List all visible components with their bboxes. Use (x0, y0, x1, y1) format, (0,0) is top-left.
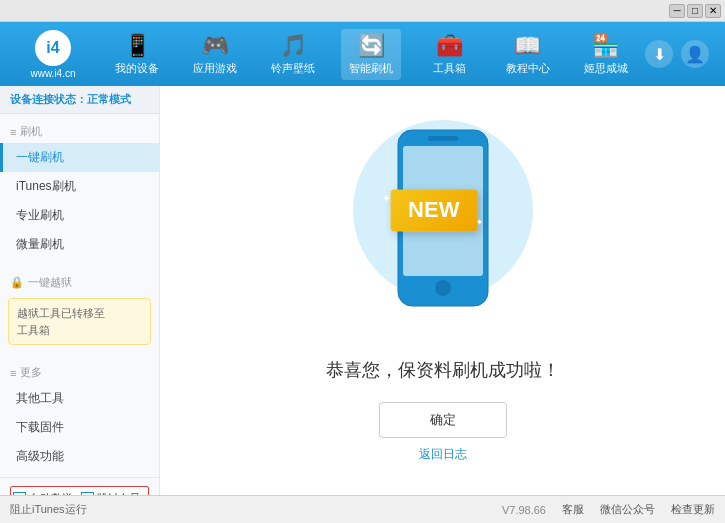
customer-service-link[interactable]: 客服 (562, 502, 584, 517)
svg-rect-3 (428, 136, 458, 141)
app-game-label: 应用游戏 (193, 61, 237, 76)
jailbreak-section: 🔒 一键越狱 越狱工具已转移至工具箱 (0, 265, 159, 355)
svg-point-2 (435, 280, 451, 296)
back-link[interactable]: 返回日志 (419, 446, 467, 463)
nav-items: 📱 我的设备 🎮 应用游戏 🎵 铃声壁纸 🔄 智能刷机 🧰 工具箱 📖 教程中心… (98, 29, 645, 80)
toolbox-icon: 🧰 (436, 33, 463, 59)
app-game-icon: 🎮 (202, 33, 229, 59)
confirm-button[interactable]: 确定 (379, 402, 507, 438)
my-device-icon: 📱 (124, 33, 151, 59)
logo-text: www.i4.cn (30, 68, 75, 79)
user-button[interactable]: 👤 (681, 40, 709, 68)
toolbox-label: 工具箱 (433, 61, 466, 76)
bottom-right: V7.98.66 客服 微信公众号 检查更新 (502, 502, 715, 517)
shop-label: 姬思咸城 (584, 61, 628, 76)
wechat-link[interactable]: 微信公众号 (600, 502, 655, 517)
micro-flash-label: 微量刷机 (16, 236, 64, 253)
one-click-flash-label: 一键刷机 (16, 149, 64, 166)
flash-section: ≡ 刷机 一键刷机 iTunes刷机 专业刷机 微量刷机 (0, 114, 159, 265)
jailbreak-notice: 越狱工具已转移至工具箱 (8, 298, 151, 345)
nav-my-device[interactable]: 📱 我的设备 (107, 29, 167, 80)
nav-app-game[interactable]: 🎮 应用游戏 (185, 29, 245, 80)
phone-illustration: NEW (343, 118, 543, 338)
ringtone-icon: 🎵 (280, 33, 307, 59)
main-layout: 设备连接状态：正常模式 ≡ 刷机 一键刷机 iTunes刷机 专业刷机 微量刷机… (0, 86, 725, 495)
sidebar-item-one-click-flash[interactable]: 一键刷机 (0, 143, 159, 172)
sidebar-item-download-firmware[interactable]: 下载固件 (0, 413, 159, 442)
logo[interactable]: i4 www.i4.cn (8, 30, 98, 79)
smart-flash-label: 智能刷机 (349, 61, 393, 76)
bottom-left: 阻止iTunes运行 (10, 502, 87, 517)
logo-icon: i4 (46, 39, 59, 57)
download-firmware-label: 下载固件 (16, 419, 64, 436)
nav-toolbox[interactable]: 🧰 工具箱 (420, 29, 480, 80)
success-text: 恭喜您，保资料刷机成功啦！ (326, 358, 560, 382)
skip-wizard-label: 跳过向导 (97, 491, 141, 495)
nav-smart-flash[interactable]: 🔄 智能刷机 (341, 29, 401, 80)
check-update-link[interactable]: 检查更新 (671, 502, 715, 517)
sidebar-item-other-tools[interactable]: 其他工具 (0, 384, 159, 413)
minimize-button[interactable]: ─ (669, 4, 685, 18)
center-content: NEW 恭喜您，保资料刷机成功啦！ 确定 返回日志 (160, 86, 725, 495)
skip-wizard-checkbox-box: ✓ (81, 492, 94, 495)
connection-status: 设备连接状态：正常模式 (0, 86, 159, 114)
sidebar-item-pro-flash[interactable]: 专业刷机 (0, 201, 159, 230)
nav-tutorial[interactable]: 📖 教程中心 (498, 29, 558, 80)
itunes-status-label: 阻止iTunes运行 (10, 502, 87, 517)
title-bar: ─ □ ✕ (0, 0, 725, 22)
more-section-header: ≡ 更多 (0, 361, 159, 384)
smart-flash-icon: 🔄 (358, 33, 385, 59)
jailbreak-section-label: 一键越狱 (28, 275, 72, 290)
nav-right: ⬇ 👤 (645, 40, 717, 68)
notice-text: 越狱工具已转移至工具箱 (17, 307, 105, 336)
advanced-label: 高级功能 (16, 448, 64, 465)
more-section: ≡ 更多 其他工具 下载固件 高级功能 (0, 355, 159, 477)
nav-shop[interactable]: 🏪 姬思咸城 (576, 29, 636, 80)
more-section-label: 更多 (20, 365, 42, 380)
other-tools-label: 其他工具 (16, 390, 64, 407)
auto-push-label: 自动敷送 (29, 491, 73, 495)
jailbreak-section-header: 🔒 一键越狱 (0, 271, 159, 294)
version-label: V7.98.66 (502, 504, 546, 516)
flash-section-label: 刷机 (20, 124, 42, 139)
device-checkboxes: ✓ 自动敷送 ✓ 跳过向导 (10, 486, 149, 495)
device-bottom: ✓ 自动敷送 ✓ 跳过向导 📱 iPhone 12 mini 64GB Down… (0, 477, 159, 495)
sidebar-item-itunes-flash[interactable]: iTunes刷机 (0, 172, 159, 201)
auto-push-checkbox[interactable]: ✓ 自动敷送 (13, 491, 73, 495)
itunes-flash-label: iTunes刷机 (16, 178, 76, 195)
close-button[interactable]: ✕ (705, 4, 721, 18)
bottom-bar: 阻止iTunes运行 V7.98.66 客服 微信公众号 检查更新 (0, 495, 725, 523)
status-label: 设备连接状态： (10, 93, 87, 105)
sidebar-item-micro-flash[interactable]: 微量刷机 (0, 230, 159, 259)
sidebar-item-advanced[interactable]: 高级功能 (0, 442, 159, 471)
tutorial-icon: 📖 (514, 33, 541, 59)
flash-section-header: ≡ 刷机 (0, 120, 159, 143)
lock-icon: 🔒 (10, 276, 24, 289)
more-icon: ≡ (10, 367, 16, 379)
nav-ringtone[interactable]: 🎵 铃声壁纸 (263, 29, 323, 80)
flash-section-icon: ≡ (10, 126, 16, 138)
auto-push-checkbox-box: ✓ (13, 492, 26, 495)
sidebar: 设备连接状态：正常模式 ≡ 刷机 一键刷机 iTunes刷机 专业刷机 微量刷机… (0, 86, 160, 495)
top-nav: i4 www.i4.cn 📱 我的设备 🎮 应用游戏 🎵 铃声壁纸 🔄 智能刷机… (0, 22, 725, 86)
maximize-button[interactable]: □ (687, 4, 703, 18)
download-button[interactable]: ⬇ (645, 40, 673, 68)
shop-icon: 🏪 (592, 33, 619, 59)
ringtone-label: 铃声壁纸 (271, 61, 315, 76)
new-badge: NEW (390, 189, 477, 231)
pro-flash-label: 专业刷机 (16, 207, 64, 224)
logo-circle: i4 (35, 30, 71, 66)
my-device-label: 我的设备 (115, 61, 159, 76)
skip-wizard-checkbox[interactable]: ✓ 跳过向导 (81, 491, 141, 495)
status-value: 正常模式 (87, 93, 131, 105)
new-badge-text: NEW (408, 197, 459, 222)
tutorial-label: 教程中心 (506, 61, 550, 76)
